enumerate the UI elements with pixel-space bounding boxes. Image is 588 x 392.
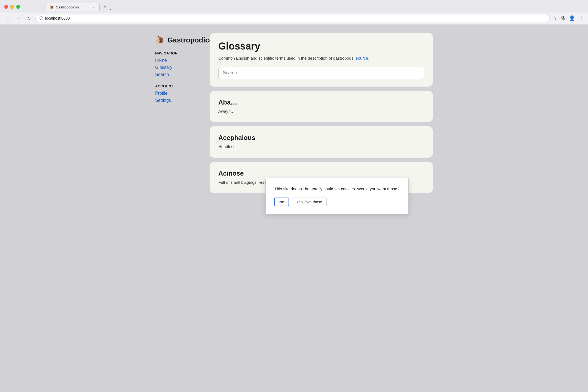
glossary-description: Common English and scientific terms used… (218, 55, 424, 62)
term-name-acephalous: Acephalous (218, 134, 424, 142)
experiment-button[interactable]: ⚗ (561, 15, 565, 21)
sidebar-item-search[interactable]: Search (155, 72, 199, 78)
logo-icon: 🐌 (155, 36, 165, 45)
main-content: Glossary Common English and scientific t… (210, 33, 433, 193)
cookie-dialog: This site doesn't but totally could set … (265, 178, 409, 214)
browser-titlebar: 🐌 Gastropodicon × + ⌄ (0, 0, 588, 13)
profile-button[interactable]: 👤 (569, 15, 575, 21)
sidebar-item-settings[interactable]: Settings (155, 97, 199, 103)
term-name-abapical: Aba… (218, 99, 424, 106)
browser-tab[interactable]: 🐌 Gastropodicon × (45, 3, 100, 11)
browser-chrome: 🐌 Gastropodicon × + ⌄ ← → ↻ ⓘ localhost:… (0, 0, 588, 25)
nav-section-title: NAVIGATION (155, 51, 199, 55)
sidebar-item-profile[interactable]: Profile (155, 90, 199, 96)
account-section-title: ACCOUNT (155, 84, 199, 88)
cookie-yes-button[interactable]: Yes, love those (292, 197, 327, 206)
term-def-acephalous: Headless. (218, 144, 424, 150)
glossary-search-input[interactable] (218, 67, 424, 79)
tab-dropdown-button[interactable]: ⌄ (109, 6, 117, 11)
address-security-icon: ⓘ (39, 16, 43, 21)
tab-bar: 🐌 Gastropodicon × + ⌄ (23, 3, 117, 11)
page-wrapper: 🐌 Gastropodicon NAVIGATION Home Glossary… (144, 25, 444, 201)
glossary-title: Glossary (218, 41, 424, 52)
cookie-no-button[interactable]: No (274, 197, 289, 206)
term-name-acinose: Acinose (218, 170, 424, 177)
sidebar: 🐌 Gastropodicon NAVIGATION Home Glossary… (155, 33, 199, 193)
tab-title: Gastropodicon (56, 5, 89, 9)
toolbar-actions: ☆ ⚗ 👤 ⋮ (553, 15, 584, 21)
browser-toolbar: ← → ↻ ⓘ localhost:8080 ☆ ⚗ 👤 ⋮ (0, 13, 588, 24)
cookie-buttons: No Yes, love those (274, 197, 400, 206)
minimize-window-button[interactable] (10, 5, 14, 9)
bookmark-button[interactable]: ☆ (553, 15, 557, 21)
close-window-button[interactable] (4, 5, 8, 9)
account-section: ACCOUNT Profile Settings (155, 84, 199, 103)
sidebar-item-home[interactable]: Home (155, 57, 199, 63)
site-logo: 🐌 Gastropodicon (155, 36, 199, 45)
menu-button[interactable]: ⋮ (579, 15, 584, 21)
nav-section: NAVIGATION Home Glossary Search (155, 51, 199, 78)
term-card-abapical: Aba… Away f… (210, 91, 433, 122)
new-tab-button[interactable]: + (101, 3, 109, 11)
cookie-message: This site doesn't but totally could set … (274, 186, 400, 192)
glossary-header-card: Glossary Common English and scientific t… (210, 33, 433, 87)
refresh-button[interactable]: ↻ (25, 14, 33, 22)
address-bar[interactable]: ⓘ localhost:8080 (35, 14, 550, 22)
term-card-acephalous: Acephalous Headless. (210, 126, 433, 158)
maximize-window-button[interactable] (16, 5, 20, 9)
traffic-lights (4, 5, 20, 9)
tab-favicon-icon: 🐌 (49, 5, 54, 9)
back-button[interactable]: ← (4, 14, 12, 22)
forward-button[interactable]: → (15, 14, 22, 22)
source-link[interactable]: source (356, 56, 368, 60)
sidebar-item-glossary[interactable]: Glossary (155, 65, 199, 71)
term-def-abapical: Away f… (218, 108, 424, 115)
tab-close-button[interactable]: × (91, 5, 96, 9)
address-text: localhost:8080 (45, 16, 546, 20)
